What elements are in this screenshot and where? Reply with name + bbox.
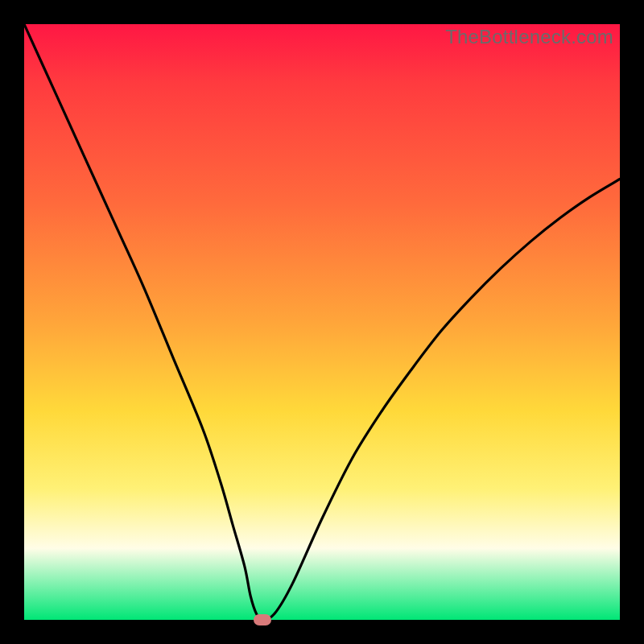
plot-area: TheBottleneck.com — [24, 24, 620, 620]
minimum-marker — [254, 614, 271, 625]
chart-frame: TheBottleneck.com — [0, 0, 644, 644]
bottleneck-curve — [24, 24, 620, 620]
